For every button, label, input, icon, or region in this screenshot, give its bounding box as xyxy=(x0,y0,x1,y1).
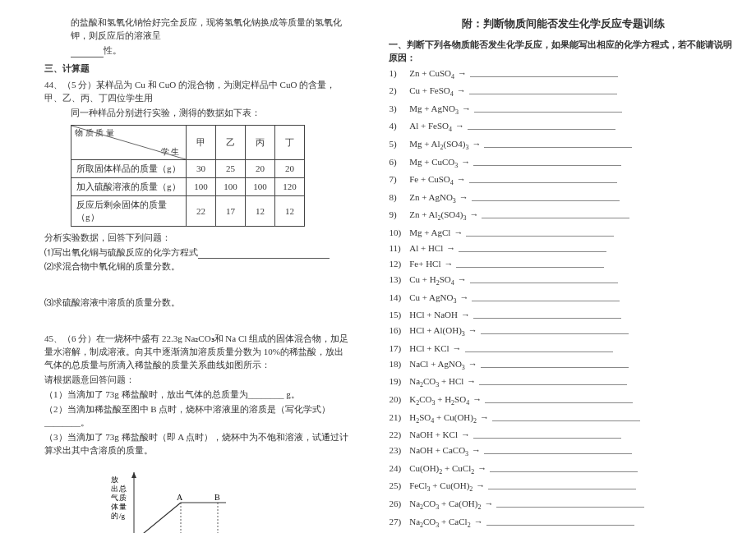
svg-text:体: 体 xyxy=(111,503,118,511)
reaction-item: 7) Fe + CuSO4→ xyxy=(389,172,736,189)
svg-text:/g: /g xyxy=(119,512,126,520)
q44-data-table: 物 质 质 量 学 生 甲 乙 丙 丁 所取固体样品的质量（g） 3025202… xyxy=(71,125,305,227)
reaction-item: 24) Cu(OH)2 + CuCl2→ xyxy=(389,462,736,478)
q44-sub3: ⑶求硫酸溶液中溶质的质量分数。 xyxy=(44,296,349,310)
svg-text:B: B xyxy=(214,493,220,502)
reaction-item: 22) NaOH + KCl→ xyxy=(389,428,736,442)
svg-text:A: A xyxy=(177,493,183,502)
reaction-item: 19) Na2CO3 + HCl→ xyxy=(389,374,736,391)
q45-head: 45、（6 分）在一烧杯中盛有 22.3g Na₂CO₃和 Na Cl 组成的固… xyxy=(44,333,349,372)
reaction-item: 16) HCl + Al(OH)3→ xyxy=(389,324,736,340)
reaction-item: 4) Al + FeSO4→ xyxy=(389,119,736,136)
svg-line-13 xyxy=(134,503,181,533)
reaction-item: 18) NaCl + AgNO3→ xyxy=(389,357,736,374)
svg-text:的: 的 xyxy=(111,512,118,520)
reaction-item: 10) Mg + AgCl→ xyxy=(389,226,736,240)
q45-chart: 放 出 气 体 的 总 质 量 /g A B 0 73g 146g 滴入稀盐酸的… xyxy=(103,466,292,533)
reaction-item: 20) K2CO3 + H2SO4→ xyxy=(389,393,736,409)
reaction-item: 27) Na2CO3 + CaCl2→ xyxy=(389,515,736,531)
reaction-item: 12) Fe+ HCl→ xyxy=(389,257,736,271)
appendix-title: 附：判断物质间能否发生化学反应专题训练 xyxy=(389,16,736,32)
appendix-instr: 一、判断下列各物质能否发生化学反应，如果能写出相应的化学方程式，若不能请说明原因… xyxy=(389,39,736,65)
section-3-title: 三、计算题 xyxy=(44,62,349,76)
reaction-item: 13) Cu + H2SO4→ xyxy=(389,273,736,289)
q44-after: 分析实验数据，回答下列问题： xyxy=(44,232,349,245)
svg-text:总: 总 xyxy=(118,485,127,493)
q45-sub3: （3）当滴加了 73g 稀盐酸时（即 A 点时），烧杯中为不饱和溶液，试通过计算… xyxy=(44,431,349,457)
table-row: 所取固体样品的质量（g） 30252020 xyxy=(71,159,305,177)
reaction-item: 21) H2SO4 + Cu(OH)2→ xyxy=(389,411,736,427)
chart-ylabel: 放 xyxy=(111,476,118,484)
q44-sub1: ⑴写出氧化铜与硫酸反应的化学方程式 xyxy=(44,246,349,260)
svg-text:量: 量 xyxy=(119,503,127,511)
table-row: 加入硫酸溶液的质量（g） 100100100120 xyxy=(71,177,305,195)
reaction-item: 25) FeCl3 + Cu(OH)2→ xyxy=(389,479,736,495)
q45-prompt: 请根据题意回答问题： xyxy=(44,374,349,387)
reaction-item: 8) Zn + AgNO3→ xyxy=(389,191,736,207)
reaction-item: 1) Zn + CuSO4→ xyxy=(389,67,736,83)
reaction-item: 6) Mg + CuCO3→ xyxy=(389,155,736,172)
reaction-item: 14) Cu + AgNO3→ xyxy=(389,291,736,307)
reaction-item: 15) HCl + NaOH→ xyxy=(389,308,736,322)
reaction-item: 11) Al + HCl→ xyxy=(389,241,736,255)
q45-sub1: （1）当滴加了 73g 稀盐酸时，放出气体的总质量为________ g。 xyxy=(44,388,349,402)
prev-question-tail: 的盐酸和氢氧化钠恰好完全反应，现将氢氧化钠换成等质量的氢氧化钾，则反应后的溶液呈 xyxy=(44,16,349,43)
q44-head: 44、（5 分）某样品为 Cu 和 CuO 的混合物，为测定样品中 CuO 的含… xyxy=(44,79,349,105)
svg-marker-4 xyxy=(131,472,136,478)
prev-question-tail2: 性。 xyxy=(44,44,349,57)
reaction-item: 3) Mg + AgNO3→ xyxy=(389,102,736,118)
reaction-item: 9) Zn + Al2(SO4)3→ xyxy=(389,208,736,224)
svg-text:气: 气 xyxy=(111,494,118,502)
q45-sub2: （2）当滴加稀盐酸至图中 B 点时，烧杯中溶液里的溶质是（写化学式）______… xyxy=(44,403,349,430)
reaction-list: 1) Zn + CuSO4→2) Cu + FeSO4→3) Mg + AgNO… xyxy=(389,67,736,533)
reaction-item: 26) Na2CO3 + Ca(OH)2→ xyxy=(389,497,736,513)
reaction-item: 5) Mg + Al2(SO4)3→ xyxy=(389,137,736,154)
reaction-item: 23) NaOH + CaCO3→ xyxy=(389,443,736,460)
svg-text:质: 质 xyxy=(119,494,127,502)
reaction-item: 2) Cu + FeSO4→ xyxy=(389,84,736,100)
svg-text:出: 出 xyxy=(111,485,118,493)
table-row: 反应后剩余固体的质量（g） 22171212 xyxy=(71,195,305,226)
reaction-item: 17) HCl + KCl→ xyxy=(389,342,736,356)
q44-head2: 同一种样品分别进行实验，测得的数据如下表： xyxy=(44,107,349,120)
q44-sub2: ⑵求混合物中氧化铜的质量分数。 xyxy=(44,260,349,273)
